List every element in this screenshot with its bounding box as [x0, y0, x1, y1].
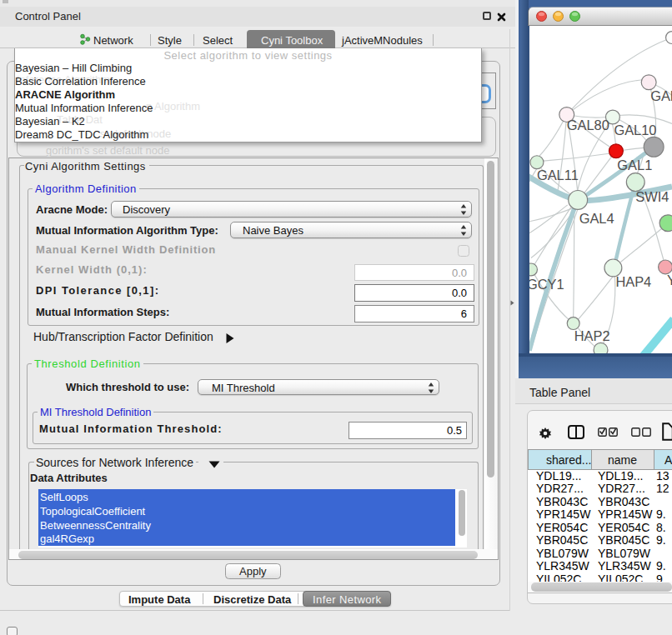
svg-text:GAL10: GAL10 [614, 122, 656, 138]
svg-text:GAL7: GAL7 [650, 88, 672, 103]
svg-text:HAP2: HAP2 [574, 328, 610, 343]
svg-text:GCY1: GCY1 [529, 277, 564, 292]
svg-text:GAL4: GAL4 [579, 211, 614, 226]
svg-text:GAL80: GAL80 [567, 118, 609, 132]
svg-text:Y: Y [667, 272, 672, 288]
svg-text:GAL1: GAL1 [617, 158, 652, 172]
svg-text:GAL11: GAL11 [537, 168, 579, 182]
svg-text:SWI4: SWI4 [635, 189, 669, 204]
svg-text:HAP4: HAP4 [615, 274, 651, 289]
